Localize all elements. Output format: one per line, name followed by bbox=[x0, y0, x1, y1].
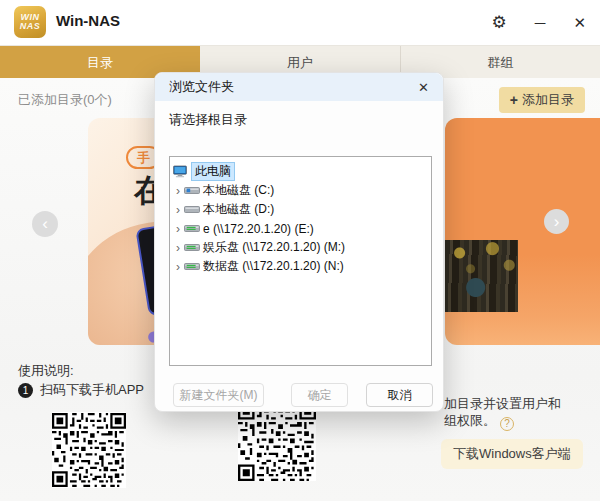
network-drive-icon bbox=[184, 241, 200, 254]
cancel-button[interactable]: 取消 bbox=[366, 383, 433, 407]
folder-tree: 此电脑 › 本地磁盘 (C:) › 本地磁盘 (D:) › bbox=[169, 156, 432, 366]
app-window: WIN NAS Win-NAS ⚙ ─ ✕ 目录 用户 群组 已添加目录(0个)… bbox=[0, 0, 600, 501]
local-drive-icon bbox=[184, 203, 200, 216]
badge-text: 手 bbox=[137, 150, 150, 165]
forest-photo bbox=[445, 240, 518, 312]
ok-button[interactable]: 确定 bbox=[291, 383, 348, 407]
instruction-step-1: 1 扫码下载手机APP bbox=[18, 381, 144, 399]
tree-item-label: 本地磁盘 (C:) bbox=[203, 182, 274, 199]
window-controls: ⚙ ─ ✕ bbox=[488, 0, 590, 45]
dialog-prompt: 请选择根目录 bbox=[169, 111, 247, 129]
window-title: Win-NAS bbox=[56, 12, 120, 29]
logo-text-bottom: NAS bbox=[20, 22, 41, 31]
tree-item-drive-m[interactable]: › 娱乐盘 (\\172.20.1.20) (M:) bbox=[170, 238, 431, 257]
note-line-2: 组权限。? bbox=[444, 412, 561, 431]
network-drive-icon bbox=[184, 260, 200, 273]
dialog-close-icon[interactable]: ✕ bbox=[416, 80, 431, 95]
qr-code-secondary bbox=[238, 403, 316, 481]
step-number-badge: 1 bbox=[18, 383, 33, 398]
expand-chevron-icon[interactable]: › bbox=[172, 261, 184, 273]
tree-item-label: e (\\172.20.1.20) (E:) bbox=[203, 222, 314, 236]
app-logo-icon: WIN NAS bbox=[14, 6, 46, 38]
close-button[interactable]: ✕ bbox=[569, 13, 590, 32]
expand-chevron-icon[interactable]: › bbox=[172, 204, 184, 216]
tree-item-this-pc[interactable]: 此电脑 bbox=[170, 162, 431, 181]
tree-item-label: 数据盘 (\\172.20.1.20) (N:) bbox=[203, 258, 344, 275]
download-windows-client-button[interactable]: 下载Windows客户端 bbox=[441, 439, 583, 469]
settings-gear-icon[interactable]: ⚙ bbox=[488, 12, 511, 33]
carousel-prev-button[interactable]: ‹ bbox=[32, 211, 58, 237]
network-drive-icon bbox=[184, 222, 200, 235]
expand-chevron-icon[interactable]: › bbox=[172, 185, 184, 197]
added-directories-count: 已添加目录(0个) bbox=[18, 91, 112, 109]
title-bar: WIN NAS Win-NAS ⚙ ─ ✕ bbox=[0, 0, 600, 45]
help-icon[interactable]: ? bbox=[500, 417, 514, 431]
tree-item-drive-n[interactable]: › 数据盘 (\\172.20.1.20) (N:) bbox=[170, 257, 431, 276]
permission-note: 加目录并设置用户和 组权限。? bbox=[444, 395, 561, 431]
tree-item-drive-d[interactable]: › 本地磁盘 (D:) bbox=[170, 200, 431, 219]
computer-icon bbox=[172, 165, 188, 178]
tree-item-label: 娱乐盘 (\\172.20.1.20) (M:) bbox=[203, 239, 345, 256]
dialog-title: 浏览文件夹 bbox=[169, 78, 234, 96]
tree-item-drive-c[interactable]: › 本地磁盘 (C:) bbox=[170, 181, 431, 200]
tree-item-drive-e[interactable]: › e (\\172.20.1.20) (E:) bbox=[170, 219, 431, 238]
browse-folder-dialog: 浏览文件夹 ✕ 请选择根目录 此电脑 › 本地磁盘 (C:) bbox=[154, 72, 444, 412]
system-drive-icon bbox=[184, 184, 200, 197]
plus-icon: + bbox=[510, 92, 518, 108]
add-directory-label: 添加目录 bbox=[522, 91, 574, 109]
new-folder-button[interactable]: 新建文件夹(M) bbox=[173, 383, 264, 407]
note-line-1: 加目录并设置用户和 bbox=[444, 395, 561, 412]
expand-chevron-icon[interactable]: › bbox=[172, 223, 184, 235]
minimize-button[interactable]: ─ bbox=[531, 13, 550, 32]
expand-chevron-icon[interactable]: › bbox=[172, 242, 184, 254]
tree-item-label: 此电脑 bbox=[191, 162, 235, 181]
carousel-next-button[interactable]: › bbox=[544, 209, 569, 234]
dialog-header: 浏览文件夹 ✕ bbox=[155, 73, 443, 101]
tree-item-label: 本地磁盘 (D:) bbox=[203, 201, 274, 218]
step-text: 扫码下载手机APP bbox=[40, 381, 144, 399]
instructions-heading: 使用说明: bbox=[18, 362, 74, 380]
add-directory-button[interactable]: + 添加目录 bbox=[499, 87, 585, 113]
qr-code-mobile-app bbox=[52, 412, 126, 488]
carousel-card-photo bbox=[445, 118, 600, 345]
